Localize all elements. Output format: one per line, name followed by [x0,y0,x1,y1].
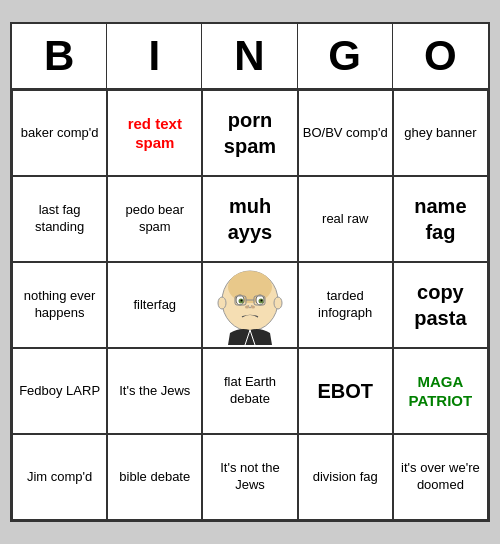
bingo-card: BINGO baker comp'dred text spamporn spam… [10,22,490,522]
svg-point-10 [240,315,260,331]
bingo-cell-r2c2: pedo bear spam [107,176,202,262]
bingo-cell-r5c3: It's not the Jews [202,434,297,520]
svg-point-9 [251,306,255,309]
bingo-cell-r3c3 [202,262,297,348]
bingo-letter-o: O [393,24,488,88]
bingo-cell-r2c3: muh ayys [202,176,297,262]
bingo-cell-r3c5: copy pasta [393,262,488,348]
bingo-cell-r4c4: EBOT [298,348,393,434]
bingo-cell-r2c1: last fag standing [12,176,107,262]
bingo-cell-r1c1: baker comp'd [12,90,107,176]
bingo-cell-r2c4: real raw [298,176,393,262]
bingo-letter-g: G [298,24,393,88]
bingo-cell-r4c3: flat Earth debate [202,348,297,434]
svg-point-7 [260,300,262,302]
bingo-cell-r3c4: tarded infograph [298,262,393,348]
bingo-cell-r4c1: Fedboy LARP [12,348,107,434]
bingo-letter-i: I [107,24,202,88]
svg-point-6 [240,300,242,302]
bingo-cell-r2c5: name fag [393,176,488,262]
bingo-cell-r5c5: it's over we're doomed [393,434,488,520]
bingo-grid: baker comp'dred text spamporn spamBO/BV … [12,90,488,520]
bingo-cell-r1c2: red text spam [107,90,202,176]
bingo-cell-r1c5: ghey banner [393,90,488,176]
bingo-cell-r5c1: Jim comp'd [12,434,107,520]
bingo-cell-r1c4: BO/BV comp'd [298,90,393,176]
svg-point-8 [245,306,249,309]
svg-point-11 [218,297,226,309]
bingo-cell-r1c3: porn spam [202,90,297,176]
bingo-letter-n: N [202,24,297,88]
bingo-cell-r5c2: bible debate [107,434,202,520]
bingo-cell-r4c5: MAGA PATRIOT [393,348,488,434]
bingo-cell-r3c2: filterfag [107,262,202,348]
bingo-letter-b: B [12,24,107,88]
bingo-cell-r4c2: It's the Jews [107,348,202,434]
svg-point-12 [274,297,282,309]
wojak-image [210,265,290,345]
bingo-cell-r5c4: division fag [298,434,393,520]
bingo-header: BINGO [12,24,488,90]
bingo-cell-r3c1: nothing ever happens [12,262,107,348]
